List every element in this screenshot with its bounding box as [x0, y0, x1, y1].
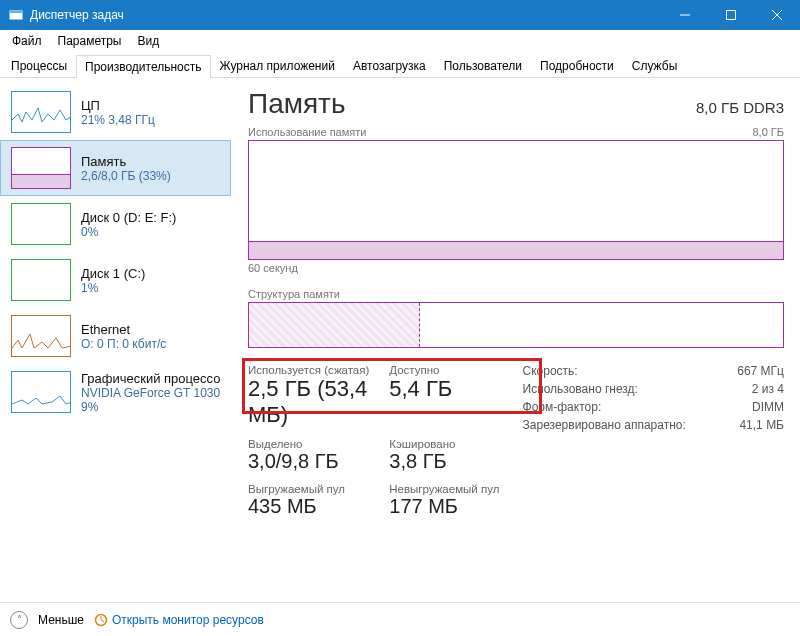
svg-line-8 — [101, 620, 104, 622]
cpu-sub: 21% 3,48 ГГц — [81, 113, 155, 127]
memory-details: Скорость:667 МГц Использовано гнезд:2 из… — [523, 364, 784, 518]
tab-processes[interactable]: Процессы — [2, 54, 76, 77]
app-icon — [8, 7, 24, 23]
menu-options[interactable]: Параметры — [50, 32, 130, 50]
tab-app-history[interactable]: Журнал приложений — [211, 54, 344, 77]
tab-services[interactable]: Службы — [623, 54, 686, 77]
disk0-label: Диск 0 (D: E: F:) — [81, 210, 176, 225]
disk1-thumbnail — [11, 259, 71, 301]
disk1-label: Диск 1 (C:) — [81, 266, 145, 281]
menu-view[interactable]: Вид — [129, 32, 167, 50]
menubar: Файл Параметры Вид — [0, 30, 800, 52]
disk1-sub: 1% — [81, 281, 145, 295]
footer: ˄ Меньше Открыть монитор ресурсов — [0, 602, 800, 636]
stat-in-use: Используется (сжатая) 2,5 ГБ (53,4 МБ) — [248, 364, 381, 428]
gpu-label: Графический процессор 0 — [81, 371, 220, 386]
ethernet-thumbnail — [11, 315, 71, 357]
memory-usage-graph — [248, 140, 784, 260]
gpu-sub: NVIDIA GeForce GT 1030 — [81, 386, 220, 400]
sidebar-item-disk0[interactable]: Диск 0 (D: E: F:) 0% — [0, 196, 231, 252]
cpu-thumbnail — [11, 91, 71, 133]
performance-sidebar: ЦП 21% 3,48 ГГц Память 2,6/8,0 ГБ (33%) … — [0, 78, 232, 602]
stat-available: Доступно 5,4 ГБ — [389, 364, 522, 428]
tabbar: Процессы Производительность Журнал прило… — [0, 52, 800, 78]
tab-startup[interactable]: Автозагрузка — [344, 54, 435, 77]
stat-cached: Кэшировано 3,8 ГБ — [389, 438, 522, 473]
window-title: Диспетчер задач — [30, 8, 124, 22]
disk0-sub: 0% — [81, 225, 176, 239]
resmon-icon — [94, 613, 108, 627]
tab-performance[interactable]: Производительность — [76, 55, 210, 78]
sidebar-item-memory[interactable]: Память 2,6/8,0 ГБ (33%) — [0, 140, 231, 196]
memory-label: Память — [81, 154, 171, 169]
stat-nonpaged: Невыгружаемый пул 177 МБ — [389, 483, 522, 518]
gpu-thumbnail — [11, 371, 71, 413]
svg-rect-3 — [727, 11, 736, 20]
open-resmon-link[interactable]: Открыть монитор ресурсов — [94, 613, 264, 627]
titlebar[interactable]: Диспетчер задач — [0, 0, 800, 30]
stat-paged: Выгружаемый пул 435 МБ — [248, 483, 381, 518]
menu-file[interactable]: Файл — [4, 32, 50, 50]
memory-sub: 2,6/8,0 ГБ (33%) — [81, 169, 171, 183]
main-panel: Память 8,0 ГБ DDR3 Использование памяти … — [232, 78, 800, 602]
fewer-details-button[interactable]: Меньше — [38, 613, 84, 627]
ethernet-label: Ethernet — [81, 322, 166, 337]
tab-details[interactable]: Подробности — [531, 54, 623, 77]
usage-graph-label: Использование памяти — [248, 126, 366, 138]
sidebar-item-cpu[interactable]: ЦП 21% 3,48 ГГц — [0, 84, 231, 140]
ethernet-sub: О: 0 П: 0 кбит/с — [81, 337, 166, 351]
usage-graph-max: 8,0 ГБ — [752, 126, 784, 138]
composition-label: Структура памяти — [248, 288, 784, 300]
svg-rect-1 — [10, 11, 22, 13]
sidebar-item-ethernet[interactable]: Ethernet О: 0 П: 0 кбит/с — [0, 308, 231, 364]
chevron-up-icon[interactable]: ˄ — [10, 611, 28, 629]
memory-composition-bar — [248, 302, 784, 348]
gpu-sub2: 9% — [81, 400, 220, 414]
maximize-button[interactable] — [708, 0, 754, 30]
page-title: Память — [248, 88, 346, 120]
close-button[interactable] — [754, 0, 800, 30]
graph-x-axis: 60 секунд — [248, 262, 784, 274]
sidebar-item-gpu[interactable]: Графический процессор 0 NVIDIA GeForce G… — [0, 364, 231, 421]
page-subtitle: 8,0 ГБ DDR3 — [696, 99, 784, 116]
disk0-thumbnail — [11, 203, 71, 245]
tab-users[interactable]: Пользователи — [435, 54, 531, 77]
minimize-button[interactable] — [662, 0, 708, 30]
cpu-label: ЦП — [81, 98, 155, 113]
stat-committed: Выделено 3,0/9,8 ГБ — [248, 438, 381, 473]
memory-thumbnail — [11, 147, 71, 189]
sidebar-item-disk1[interactable]: Диск 1 (C:) 1% — [0, 252, 231, 308]
